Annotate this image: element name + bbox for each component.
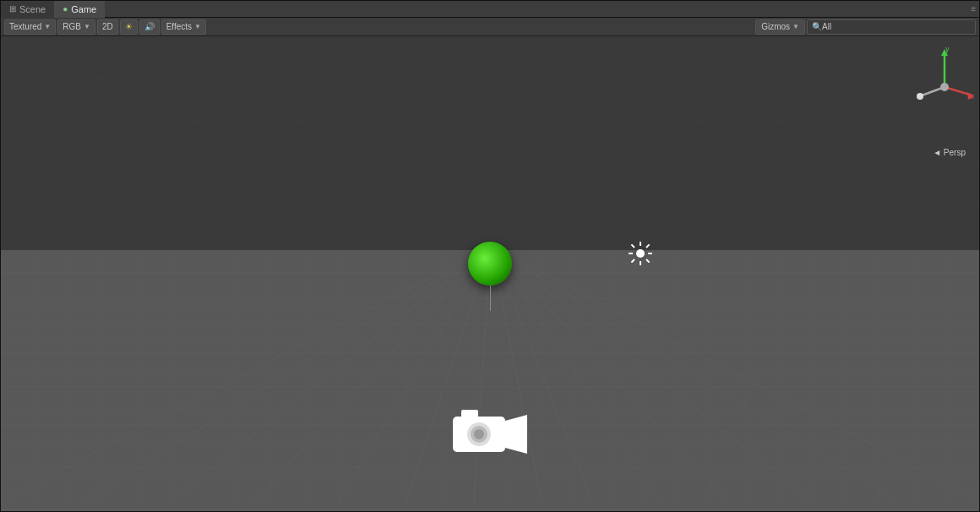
mode-2d-toggle[interactable]: 2D — [97, 19, 118, 35]
editor-window: ⊞ Scene ● Game ≡ Textured ▼ RGB ▼ 2D ☀ 🔊… — [0, 0, 980, 512]
rgb-dropdown-arrow: ▼ — [84, 23, 90, 30]
svg-line-24 — [1, 36, 491, 246]
effects-dropdown[interactable]: Effects ▼ — [161, 19, 206, 35]
effects-label: Effects — [166, 22, 192, 31]
effects-dropdown-arrow: ▼ — [194, 23, 201, 30]
svg-point-48 — [474, 429, 484, 439]
sun-light-icon[interactable] — [628, 241, 653, 271]
gizmos-dropdown-arrow: ▼ — [792, 23, 799, 30]
rgb-dropdown[interactable]: RGB ▼ — [57, 19, 95, 35]
svg-line-25 — [170, 36, 491, 246]
svg-line-44 — [631, 259, 634, 263]
game-tab-icon: ● — [63, 4, 68, 14]
gizmos-label: Gizmos — [761, 22, 790, 31]
tab-bar: ⊞ Scene ● Game ≡ — [1, 1, 979, 18]
tab-scene[interactable]: ⊞ Scene — [1, 1, 54, 18]
svg-line-28 — [491, 36, 677, 246]
svg-line-42 — [646, 259, 650, 263]
svg-line-29 — [491, 36, 846, 246]
search-box[interactable]: 🔍 — [807, 19, 976, 35]
audio-toggle[interactable]: 🔊 — [139, 19, 160, 35]
tab-game[interactable]: ● Game — [54, 1, 105, 18]
svg-point-36 — [636, 249, 645, 258]
svg-line-27 — [491, 36, 508, 246]
sphere-object[interactable] — [468, 242, 512, 286]
mode-2d-label: 2D — [102, 22, 113, 31]
lighting-icon: ☀ — [125, 22, 133, 31]
persp-label: ◄ Persp — [933, 148, 966, 157]
svg-point-58 — [940, 83, 949, 91]
tab-collapse-icon[interactable]: ≡ — [971, 4, 976, 14]
gizmos-button[interactable]: Gizmos ▼ — [755, 19, 805, 35]
sphere-stem — [490, 286, 491, 311]
textured-dropdown-arrow: ▼ — [44, 23, 51, 30]
textured-dropdown[interactable]: Textured ▼ — [4, 19, 56, 35]
search-icon: 🔍 — [812, 22, 822, 31]
game-tab-label: Game — [71, 4, 96, 14]
scene-tab-icon: ⊞ — [9, 4, 16, 14]
svg-point-59 — [917, 93, 923, 100]
svg-line-26 — [339, 36, 491, 246]
svg-line-30 — [491, 36, 979, 246]
viewport[interactable]: y x ◄ Persp — [1, 36, 979, 511]
lighting-toggle[interactable]: ☀ — [120, 19, 138, 35]
svg-line-43 — [646, 244, 650, 248]
svg-line-41 — [631, 244, 634, 248]
svg-rect-49 — [461, 410, 478, 418]
search-input[interactable] — [822, 22, 971, 31]
axis-gizmo[interactable]: y x — [915, 45, 966, 112]
svg-text:x: x — [971, 92, 974, 101]
textured-label: Textured — [9, 22, 41, 31]
audio-icon: 🔊 — [144, 22, 155, 31]
camera-object[interactable] — [453, 408, 527, 460]
toolbar: Textured ▼ RGB ▼ 2D ☀ 🔊 Effects ▼ Gizmos… — [1, 18, 979, 36]
svg-marker-50 — [505, 415, 527, 454]
svg-text:y: y — [945, 45, 950, 53]
scene-tab-label: Scene — [19, 4, 46, 14]
rgb-label: RGB — [63, 22, 81, 31]
